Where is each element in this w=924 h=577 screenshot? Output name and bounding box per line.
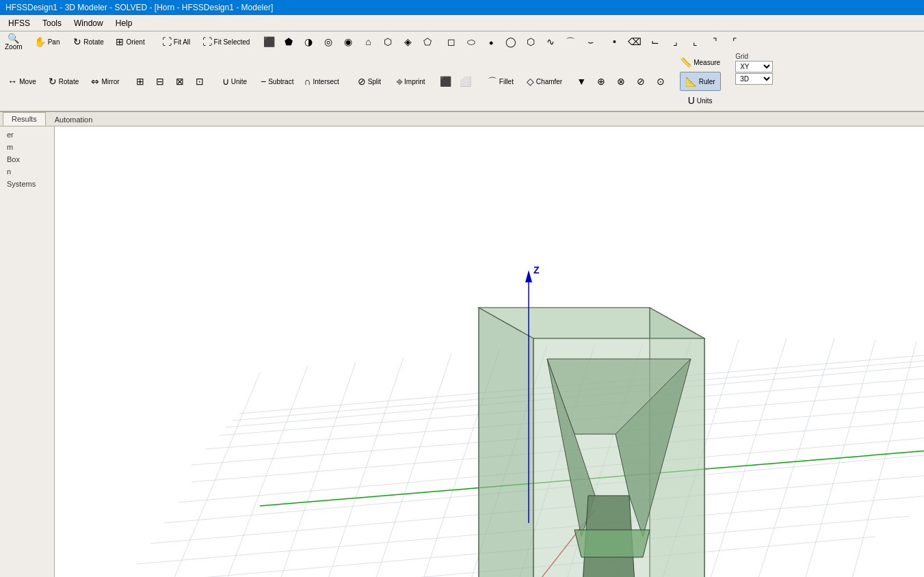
menu-window[interactable]: Window (68, 17, 109, 29)
sidebar-n[interactable]: n (4, 166, 50, 177)
title-bar: HFSSDesign1 - 3D Modeler - SOLVED - [Hor… (0, 0, 924, 15)
obj5-btn[interactable]: ◉ (339, 32, 358, 51)
fit-selected-btn[interactable]: ⛶ Fit Selected (198, 32, 255, 51)
curve1-btn[interactable]: • (605, 32, 624, 51)
menu-bar: HFSS Tools Window Help (0, 15, 924, 31)
curve6-btn[interactable]: ⌝ (705, 32, 724, 51)
unite-btn[interactable]: ∪ Unite (214, 72, 255, 91)
sidebar-er[interactable]: er (4, 129, 50, 140)
toolbar-row2: ↔ Move ↻ Rotate ⇔ Mirror ⊞ ⊟ ⊠ ⊡ ∪ Uni (0, 52, 924, 111)
chamfer-btn[interactable]: ◇ Chamfer (522, 72, 567, 91)
grid-dim-select[interactable]: 3D 2D (735, 73, 773, 85)
intersect-btn[interactable]: ∩ Intersect (299, 72, 343, 91)
arr2-btn[interactable]: ⊟ (150, 72, 170, 91)
zoom-label: Zoom (5, 43, 23, 51)
arr3-btn[interactable]: ⊠ (170, 72, 189, 91)
title-text: HFSSDesign1 - 3D Modeler - SOLVED - [Hor… (5, 3, 273, 12)
tab-results[interactable]: Results (3, 112, 46, 126)
subtract-icon: − (261, 77, 266, 86)
units-btn[interactable]: U Units (680, 91, 721, 110)
pan-icon: ✋ (34, 37, 46, 46)
obj-group: ⬛ ⬟ ◑ ◎ ◉ ⌂ ⬡ ◈ ⬠ (259, 32, 437, 51)
obj3-btn[interactable]: ◑ (299, 32, 318, 51)
shape1-btn[interactable]: ◻ (442, 32, 461, 51)
drop1-btn[interactable]: ▼ (572, 72, 591, 91)
fit-sel-icon: ⛶ (202, 37, 212, 46)
zoom-icon: 🔍 (8, 33, 19, 43)
axis-group: ▼ ⊕ ⊗ ⊘ ⊙ (572, 72, 670, 91)
fit-all-btn[interactable]: ⛶ Fit All (156, 32, 197, 51)
tab-automation[interactable]: Automation (46, 113, 102, 126)
curve7-btn[interactable]: ⌜ (725, 32, 744, 51)
shape5-btn[interactable]: ⬡ (521, 32, 540, 51)
menu-help[interactable]: Help (110, 17, 138, 29)
measure-btn[interactable]: 📏 Measure (675, 53, 725, 72)
mirror-label: Mirror (101, 78, 119, 85)
obj7-btn[interactable]: ⬡ (378, 32, 397, 51)
ruler-btn[interactable]: 📐 Ruler (680, 72, 721, 91)
zoom-btn[interactable]: 🔍 Zoom (1, 32, 26, 51)
measure-icon: 📏 (680, 57, 691, 67)
axis3-btn[interactable]: ⊘ (631, 72, 650, 91)
obj4-btn[interactable]: ◎ (319, 32, 338, 51)
obj6-btn[interactable]: ⌂ (358, 32, 378, 51)
units-icon: U (688, 96, 695, 105)
split-label: Split (368, 78, 381, 85)
move-label: Move (19, 78, 36, 85)
move-btn[interactable]: ↔ Move (1, 72, 42, 91)
menu-tools[interactable]: Tools (37, 17, 67, 29)
mirror-btn[interactable]: ⇔ Mirror (85, 72, 126, 91)
arr1-btn[interactable]: ⊞ (131, 72, 150, 91)
grid-label: Grid (735, 53, 773, 60)
curve4-btn[interactable]: ⌟ (665, 32, 685, 51)
imprint-btn[interactable]: ⎆ Imprint (391, 72, 432, 91)
curve-group: • ⌫ ⌙ ⌟ ⌞ ⌝ ⌜ (605, 32, 744, 51)
shape4-btn[interactable]: ◯ (501, 32, 520, 51)
sidebar: er m Box n Systems (0, 126, 55, 577)
rotate-btn[interactable]: ↻ Rotate (68, 32, 109, 51)
axis2-btn[interactable]: ⊗ (611, 72, 631, 91)
curve3-btn[interactable]: ⌙ (646, 32, 665, 51)
arr4-btn[interactable]: ⊡ (190, 72, 209, 91)
menu-hfss[interactable]: HFSS (3, 17, 36, 29)
z-axis-label: Z (533, 265, 540, 276)
toolbar: 🔍 Zoom ✋ Pan ↻ Rotate ⊞ Orient ⛶ Fit All (0, 31, 924, 112)
plane1-btn[interactable]: ⬛ (436, 72, 456, 91)
pan-btn[interactable]: ✋ Pan (27, 32, 68, 51)
axis1-btn[interactable]: ⊕ (592, 72, 611, 91)
shape6-btn[interactable]: ∿ (541, 32, 560, 51)
shape7-btn[interactable]: ⌒ (561, 32, 580, 51)
rotate2-label: Rotate (59, 78, 79, 85)
plane2-btn[interactable]: ⬜ (456, 72, 475, 91)
shape3-btn[interactable]: ⬥ (481, 32, 501, 51)
obj9-btn[interactable]: ⬠ (418, 32, 437, 51)
curve5-btn[interactable]: ⌞ (685, 32, 704, 51)
orient-icon: ⊞ (116, 37, 124, 46)
funnel-base (575, 530, 650, 557)
plane-group: ⬛ ⬜ (436, 72, 475, 91)
intersect-label: Intersect (313, 78, 339, 85)
split-btn[interactable]: ⊘ Split (349, 72, 390, 91)
rotate-label: Rotate (83, 38, 103, 46)
curve2-btn[interactable]: ⌫ (624, 32, 645, 51)
fillet-btn[interactable]: ⌒ Fillet (480, 72, 521, 91)
sidebar-systems[interactable]: Systems (4, 178, 50, 189)
shape2-btn[interactable]: ⬭ (462, 32, 481, 51)
measure-col: 📏 Measure 📐 Ruler U Units (675, 53, 725, 110)
rotate2-btn[interactable]: ↻ Rotate (43, 72, 84, 91)
obj2-btn[interactable]: ⬟ (279, 32, 298, 51)
fillet-label: Fillet (499, 78, 514, 85)
zoom-group: 🔍 Zoom ✋ Pan ↻ Rotate ⊞ Orient (1, 32, 151, 51)
mirror-icon: ⇔ (91, 77, 99, 86)
obj8-btn[interactable]: ◈ (398, 32, 417, 51)
orient-btn[interactable]: ⊞ Orient (110, 32, 151, 51)
subtract-btn[interactable]: − Subtract (256, 72, 298, 91)
sidebar-m[interactable]: m (4, 142, 50, 152)
axis4-btn[interactable]: ⊙ (651, 72, 670, 91)
obj1-btn[interactable]: ⬛ (259, 32, 278, 51)
shape8-btn[interactable]: ⌣ (581, 32, 600, 51)
sidebar-box[interactable]: Box (4, 154, 50, 165)
grid-plane-select[interactable]: XY XZ YZ (735, 61, 773, 72)
fit-all-label: Fit All (174, 38, 190, 46)
boolean-group: ∪ Unite − Subtract ∩ Intersect (214, 72, 344, 91)
